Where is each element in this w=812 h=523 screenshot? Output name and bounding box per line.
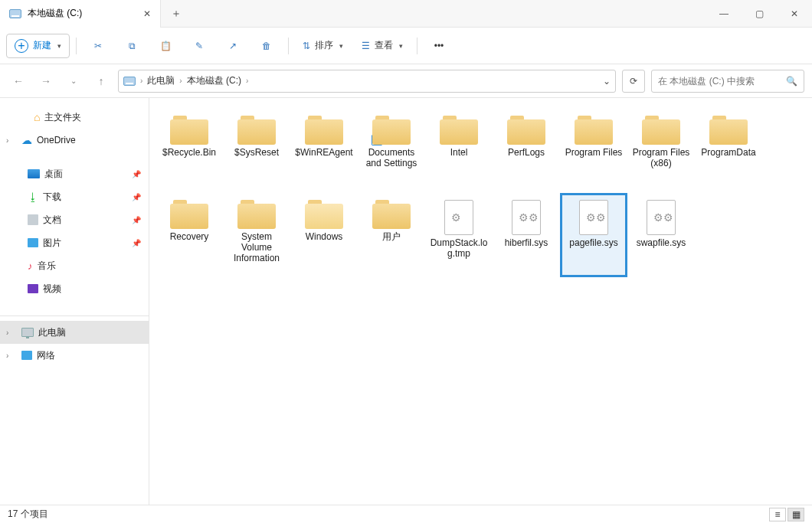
network-icon xyxy=(21,351,32,360)
sidebar-item-label: 网络 xyxy=(37,349,55,362)
file-item[interactable]: 用户 xyxy=(358,193,425,277)
file-item[interactable]: ↗Documents and Settings xyxy=(358,109,425,193)
breadcrumb-dropdown[interactable]: ⌄ xyxy=(603,76,611,87)
file-item[interactable]: ⚙⚙pagefile.sys xyxy=(560,193,627,277)
share-button[interactable]: ↗ xyxy=(218,32,248,60)
file-label: swapfile.sys xyxy=(637,237,686,248)
file-item[interactable]: ProgramData xyxy=(695,109,762,193)
sidebar-item-home[interactable]: ⌂ 主文件夹 xyxy=(0,106,149,129)
paste-button[interactable]: 📋 xyxy=(150,32,181,60)
minimize-button[interactable]: — xyxy=(706,0,742,28)
file-item[interactable]: Program Files (x86) xyxy=(627,109,695,193)
desktop-icon xyxy=(28,169,40,178)
delete-button[interactable]: 🗑 xyxy=(251,32,282,60)
sidebar-item-onedrive[interactable]: › ☁ OneDrive xyxy=(0,129,149,152)
cut-button[interactable]: ✂ xyxy=(83,32,113,60)
file-item[interactable]: $WinREAgent xyxy=(290,109,358,193)
file-grid[interactable]: $Recycle.Bin$SysReset$WinREAgent↗Documen… xyxy=(149,98,812,505)
chevron-down-icon: ▾ xyxy=(57,42,61,50)
maximize-button[interactable]: ▢ xyxy=(742,0,777,28)
file-item[interactable]: ⚙⚙swapfile.sys xyxy=(627,193,695,277)
chevron-down-icon: ▾ xyxy=(339,42,343,50)
folder-icon xyxy=(237,200,276,229)
file-label: ProgramData xyxy=(701,147,755,158)
home-icon: ⌂ xyxy=(34,111,40,123)
sidebar-item-pictures[interactable]: 图片 📌 xyxy=(0,231,149,254)
file-label: 用户 xyxy=(382,231,401,242)
rename-icon: ✎ xyxy=(195,41,203,51)
sidebar-item-thispc[interactable]: › 此电脑 xyxy=(0,321,149,344)
copy-button[interactable]: ⧉ xyxy=(116,32,147,60)
chevron-right-icon: › xyxy=(140,77,142,85)
file-icon: ⚙⚙ xyxy=(512,200,541,235)
music-icon: ♪ xyxy=(28,260,33,272)
file-label: Intel xyxy=(450,147,468,158)
file-label: $WinREAgent xyxy=(295,147,352,158)
tab-title: 本地磁盘 (C:) xyxy=(28,7,82,20)
tab-active[interactable]: 本地磁盘 (C:) ✕ xyxy=(0,0,161,28)
chevron-right-icon: › xyxy=(179,77,182,85)
toolbar: + 新建 ▾ ✂ ⧉ 📋 ✎ ↗ 🗑 ⇅ 排序 ▾ ☰ 查看 ▾ ••• xyxy=(0,28,812,64)
more-button[interactable]: ••• xyxy=(424,32,454,60)
breadcrumb-item-root[interactable]: 此电脑 xyxy=(147,74,175,87)
sidebar-item-network[interactable]: › 网络 xyxy=(0,344,149,367)
forward-button[interactable]: → xyxy=(35,70,57,92)
file-label: hiberfil.sys xyxy=(505,237,548,248)
up-button[interactable]: ↑ xyxy=(90,70,112,92)
sort-button[interactable]: ⇅ 排序 ▾ xyxy=(295,32,351,60)
file-item[interactable]: System Volume Information xyxy=(223,193,290,277)
search-box[interactable]: 🔍 xyxy=(651,70,804,93)
icons-view-button[interactable]: ▦ xyxy=(787,508,804,521)
file-item[interactable]: Windows xyxy=(290,193,358,277)
folder-icon xyxy=(440,116,478,145)
file-item[interactable]: PerfLogs xyxy=(493,109,560,193)
file-item[interactable]: $SysReset xyxy=(223,109,290,193)
file-item[interactable]: Recovery xyxy=(156,193,223,277)
file-label: PerfLogs xyxy=(508,147,545,158)
breadcrumb-item-drive[interactable]: 本地磁盘 (C:) xyxy=(187,74,241,87)
sidebar-item-label: 下载 xyxy=(43,191,61,204)
breadcrumb[interactable]: › 此电脑 › 本地磁盘 (C:) › ⌄ xyxy=(118,70,616,93)
new-button[interactable]: + 新建 ▾ xyxy=(6,34,70,58)
separator xyxy=(76,38,77,54)
folder-icon xyxy=(372,200,411,229)
sidebar-item-downloads[interactable]: ⭳ 下载 📌 xyxy=(0,185,149,208)
folder-icon xyxy=(170,200,208,229)
back-button[interactable]: ← xyxy=(8,70,29,92)
sidebar-item-label: 此电脑 xyxy=(38,326,66,339)
details-view-button[interactable]: ≡ xyxy=(769,508,786,521)
file-label: $SysReset xyxy=(234,147,279,158)
pc-icon xyxy=(21,328,34,337)
file-item[interactable]: ⚙⚙hiberfil.sys xyxy=(493,193,560,277)
close-button[interactable]: ✕ xyxy=(777,0,812,28)
trash-icon: 🗑 xyxy=(262,41,271,51)
sidebar-item-desktop[interactable]: 桌面 📌 xyxy=(0,162,149,185)
view-button[interactable]: ☰ 查看 ▾ xyxy=(354,32,411,60)
rename-button[interactable]: ✎ xyxy=(184,32,214,60)
chevron-right-icon: › xyxy=(246,77,248,85)
folder-icon xyxy=(170,116,208,145)
sidebar-item-label: 文档 xyxy=(43,214,61,227)
file-item[interactable]: Program Files xyxy=(560,109,627,193)
file-item[interactable]: ⚙DumpStack.log.tmp xyxy=(425,193,493,277)
sidebar: ⌂ 主文件夹 › ☁ OneDrive 桌面 📌 ⭳ 下载 📌 文档 📌 图片 … xyxy=(0,98,149,505)
gears-icon: ⚙ xyxy=(451,211,461,224)
refresh-button[interactable]: ⟳ xyxy=(622,70,645,93)
status-count: 17 个项目 xyxy=(8,508,48,521)
sidebar-item-documents[interactable]: 文档 📌 xyxy=(0,208,149,231)
search-icon: 🔍 xyxy=(786,76,797,87)
new-tab-button[interactable]: ＋ xyxy=(161,7,192,21)
file-item[interactable]: Intel xyxy=(425,109,493,193)
folder-icon xyxy=(709,116,748,145)
search-input[interactable] xyxy=(658,76,781,87)
sidebar-item-music[interactable]: ♪ 音乐 xyxy=(0,254,149,277)
video-icon xyxy=(28,284,38,293)
recent-locations-button[interactable]: ⌄ xyxy=(63,70,84,92)
ellipsis-icon: ••• xyxy=(434,41,444,51)
file-item[interactable]: $Recycle.Bin xyxy=(156,109,223,193)
sidebar-item-label: 图片 xyxy=(43,237,61,250)
file-icon: ⚙ xyxy=(444,200,473,235)
gears-icon: ⚙⚙ xyxy=(586,211,606,224)
tab-close-button[interactable]: ✕ xyxy=(143,8,151,19)
sidebar-item-videos[interactable]: 视频 xyxy=(0,277,149,300)
